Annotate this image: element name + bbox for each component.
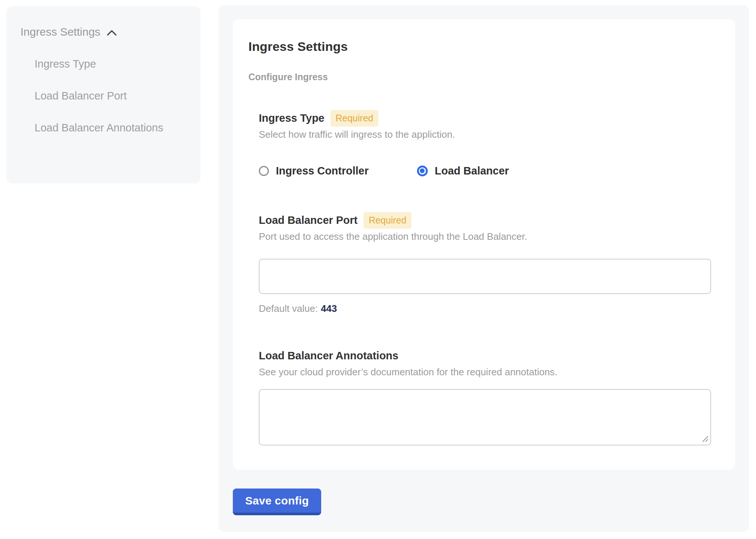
radio-option-load-balancer[interactable]: Load Balancer — [417, 165, 509, 177]
section-label-ingress-type: Ingress Type — [259, 111, 325, 125]
help-text-load-balancer-annotations: See your cloud provider’s documentation … — [259, 366, 711, 378]
sidebar-group-label: Ingress Settings — [20, 25, 100, 39]
radio-label-ingress-controller[interactable]: Ingress Controller — [276, 165, 369, 177]
radio-ingress-controller[interactable] — [259, 166, 269, 176]
sidebar-group-ingress-settings[interactable]: Ingress Settings — [20, 25, 186, 39]
section-label-load-balancer-annotations: Load Balancer Annotations — [259, 349, 398, 362]
radio-option-ingress-controller[interactable]: Ingress Controller — [259, 165, 369, 177]
page-title: Ingress Settings — [248, 39, 711, 54]
config-card: Ingress Settings Configure Ingress Ingre… — [233, 19, 735, 470]
radio-label-load-balancer[interactable]: Load Balancer — [435, 165, 509, 177]
config-main-panel: Ingress Settings Configure Ingress Ingre… — [218, 5, 749, 532]
required-badge: Required — [330, 110, 378, 127]
section-label-load-balancer-port: Load Balancer Port — [259, 213, 358, 227]
help-text-load-balancer-port: Port used to access the application thro… — [259, 231, 711, 242]
section-ingress-type: Ingress Type Required Select how traffic… — [259, 111, 711, 177]
save-config-button[interactable]: Save config — [233, 489, 321, 515]
section-load-balancer-port: Load Balancer Port Required Port used to… — [259, 213, 711, 314]
annotations-textarea-wrap — [259, 389, 711, 445]
default-value: 443 — [321, 303, 337, 314]
page-subtitle: Configure Ingress — [248, 71, 711, 83]
radio-load-balancer-selected[interactable] — [417, 166, 428, 176]
sidebar-items: Ingress Type Load Balancer Port Load Bal… — [20, 53, 186, 139]
sidebar-item-load-balancer-port[interactable]: Load Balancer Port — [35, 85, 183, 107]
default-value-label: Default value: — [259, 303, 318, 314]
load-balancer-annotations-textarea[interactable] — [259, 389, 711, 445]
resize-handle-icon[interactable] — [701, 435, 709, 443]
ingress-type-radio-group: Ingress Controller Load Balancer — [259, 164, 711, 177]
load-balancer-port-input[interactable] — [259, 259, 711, 294]
default-value-line: Default value:443 — [259, 303, 711, 314]
config-nav-sidebar: Ingress Settings Ingress Type Load Balan… — [6, 6, 201, 183]
required-badge: Required — [364, 212, 411, 229]
chevron-up-icon[interactable] — [106, 29, 117, 36]
sidebar-item-ingress-type[interactable]: Ingress Type — [35, 53, 183, 75]
sidebar-item-load-balancer-annotations[interactable]: Load Balancer Annotations — [35, 117, 183, 139]
help-text-ingress-type: Select how traffic will ingress to the a… — [259, 129, 711, 140]
section-load-balancer-annotations: Load Balancer Annotations See your cloud… — [259, 349, 711, 445]
